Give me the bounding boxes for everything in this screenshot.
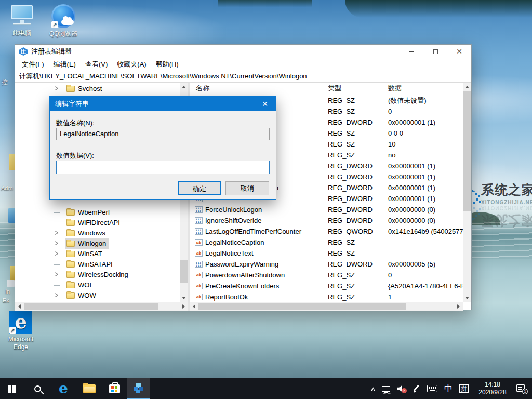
tree-item-wbemperf[interactable]: WbemPerf [52, 207, 177, 218]
value-name: LastLogOffEndTimePerfCounter [205, 226, 301, 237]
scroll-up-icon[interactable] [180, 83, 188, 91]
value-data: 1 [388, 291, 464, 302]
desktop-icon-fragment[interactable]: 控 [2, 78, 8, 87]
tree-item-winsatapi[interactable]: WinSATAPI [52, 259, 177, 270]
scroll-right-icon[interactable] [454, 302, 463, 311]
registry-value-row[interactable]: abPreCreateKnownFoldersREG_SZ{A520A1A4-1… [190, 281, 463, 291]
menu-help[interactable]: 帮助(H) [151, 58, 183, 71]
taskbar-clock[interactable]: 14:18 2020/9/28 [475, 381, 510, 396]
value-data: no [388, 150, 464, 161]
close-button[interactable]: ✕ [447, 45, 471, 58]
tree-item-wow[interactable]: >WOW [52, 290, 177, 301]
keyboard-icon[interactable] [427, 385, 437, 392]
column-header-data[interactable]: 数据 [388, 83, 402, 94]
desktop-icon-fragment[interactable]: Adm [1, 185, 13, 191]
tree-horizontal-scrollbar[interactable] [15, 302, 188, 311]
scrollbar-thumb[interactable] [180, 260, 188, 283]
expander-icon[interactable]: > [52, 248, 61, 260]
value-type: REG_QWORD [328, 226, 373, 237]
tree-item-wifidirectapi[interactable]: WiFiDirectAPI [52, 218, 177, 228]
registry-value-row[interactable]: abLegalNoticeTextREG_SZ [190, 248, 463, 259]
network-icon[interactable] [382, 386, 390, 392]
tree-item-svchost[interactable]: >Svchost [52, 84, 177, 94]
registry-value-row[interactable]: 011110IgnoreShiftOverideREG_DWORD0x00000… [190, 215, 463, 226]
column-header-name[interactable]: 名称 [196, 83, 209, 94]
tray-chevron-up-icon[interactable]: ∧ [370, 385, 376, 392]
scroll-down-icon[interactable] [180, 294, 188, 302]
list-horizontal-scrollbar[interactable] [190, 302, 463, 311]
start-button[interactable] [0, 378, 23, 399]
scrollbar-thumb[interactable] [198, 303, 406, 310]
value-data-input[interactable] [56, 161, 270, 174]
taskbar-registry-editor-button[interactable] [127, 378, 150, 399]
maximize-button[interactable] [423, 45, 447, 58]
expander-icon[interactable]: > [52, 269, 61, 281]
value-type: REG_SZ [328, 95, 355, 106]
pen-icon[interactable] [412, 384, 420, 393]
notification-badge: 1 [522, 389, 528, 394]
tree-item-windows[interactable]: >Windows [52, 228, 177, 238]
volume-muted-icon[interactable]: ✕ [397, 385, 405, 392]
desktop-icon-fragment[interactable]: In [5, 288, 10, 295]
scroll-down-icon[interactable] [463, 294, 471, 302]
value-data: 0 0 0 [388, 128, 464, 139]
scrollbar-thumb[interactable] [24, 303, 158, 310]
dialog-close-icon[interactable]: ✕ [254, 97, 276, 111]
taskbar-file-explorer-button[interactable] [78, 378, 101, 399]
taskbar-store-button[interactable] [103, 378, 126, 399]
edge-icon: e [59, 381, 68, 396]
taskbar-search-button[interactable] [26, 378, 49, 399]
tree-item-wirelessdocking[interactable]: >WirelessDocking [52, 270, 177, 280]
dialog-title[interactable]: 编辑字符串 [50, 97, 276, 111]
minimize-button[interactable] [400, 45, 423, 58]
tree-item-wof[interactable]: WOF [52, 280, 177, 290]
value-data: {A520A1A4-1780-4FF6-BD [388, 281, 464, 291]
ime-language-indicator[interactable]: 中 [444, 383, 453, 394]
ok-button[interactable]: 确定 [178, 181, 221, 195]
value-name: LegalNoticeCaption [205, 237, 264, 248]
value-type: REG_SZ [328, 150, 355, 161]
edge-icon: e ↗ [9, 311, 32, 334]
registry-value-row[interactable]: abLegalNoticeCaptionREG_SZ [190, 237, 463, 248]
action-center-icon[interactable]: 1 [516, 384, 527, 393]
tree-item-winlogon[interactable]: >Winlogon [52, 238, 177, 249]
scroll-left-icon[interactable] [190, 302, 198, 311]
tree-item-winsat[interactable]: >WinSAT [52, 249, 177, 259]
taskbar-edge-button[interactable]: e [52, 378, 75, 399]
registry-value-row[interactable]: abPowerdownAfterShutdownREG_SZ0 [190, 270, 463, 281]
value-type: REG_SZ [328, 270, 355, 281]
desktop-icon-fragment[interactable]: Ex [3, 297, 9, 303]
registry-value-row[interactable]: 011110ForceUnlockLogonREG_DWORD0x0000000… [190, 204, 463, 215]
value-type: REG_SZ [328, 106, 355, 117]
title-bar[interactable]: 注册表编辑器 ✕ [15, 45, 471, 58]
desktop-icon-microsoft-edge[interactable]: e ↗ Microsoft Edge [2, 311, 39, 351]
registry-value-row[interactable]: abReportBootOkREG_SZ1 [190, 291, 463, 302]
scrollbar-thumb[interactable] [463, 91, 471, 211]
folder-icon [66, 292, 75, 299]
menu-view[interactable]: 查看(V) [81, 58, 112, 71]
value-name-field[interactable]: LegalNoticeCaption [56, 128, 270, 140]
registry-value-row[interactable]: 011110PasswordExpiryWarningREG_DWORD0x00… [190, 259, 463, 270]
registry-value-row[interactable]: 011110LastLogOffEndTimePerfCounterREG_QW… [190, 226, 463, 237]
desktop-icon-qq-browser[interactable]: ↗ QQ浏览器 [45, 4, 82, 38]
scroll-up-icon[interactable] [463, 83, 471, 91]
tree-item-label: WOF [78, 280, 94, 290]
desktop-icon-label: QQ浏览器 [45, 30, 82, 38]
scroll-left-icon[interactable] [15, 302, 24, 311]
string-value-icon: ab [195, 250, 203, 257]
list-header: 名称 类型 数据 [190, 83, 463, 94]
desktop-icon-this-pc[interactable]: 此电脑 [3, 4, 41, 37]
menu-edit[interactable]: 编辑(E) [49, 58, 81, 71]
window-title: 注册表编辑器 [31, 47, 72, 56]
column-header-type[interactable]: 类型 [328, 83, 341, 94]
scroll-right-icon[interactable] [179, 302, 188, 311]
list-vertical-scrollbar[interactable] [463, 83, 471, 302]
address-bar[interactable]: 计算机\HKEY_LOCAL_MACHINE\SOFTWARE\Microsof… [15, 71, 471, 83]
expander-icon[interactable]: > [52, 83, 61, 95]
cancel-button[interactable]: 取消 [225, 181, 269, 195]
ime-mode-indicator[interactable]: 拼 [459, 384, 469, 393]
expander-icon[interactable]: > [52, 289, 61, 302]
folder-icon [66, 230, 75, 236]
menu-file[interactable]: 文件(F) [17, 58, 49, 71]
menu-favorites[interactable]: 收藏夹(A) [112, 58, 151, 71]
